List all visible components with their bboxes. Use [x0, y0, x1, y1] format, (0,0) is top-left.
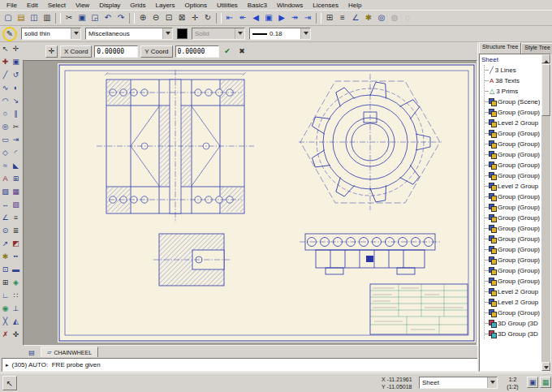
menu-item[interactable]: Edit: [22, 2, 43, 9]
leader-tool-icon[interactable]: ↗: [0, 237, 11, 250]
measure-icon[interactable]: ∠: [349, 11, 362, 24]
panel-tab[interactable]: Style Tree: [521, 43, 552, 54]
tree-item[interactable]: A 38 Texts: [485, 75, 540, 86]
window-icon[interactable]: ▣: [527, 377, 538, 388]
line-width-select[interactable]: 0.18: [249, 28, 311, 40]
symbol-tool-icon[interactable]: ✱: [0, 250, 11, 263]
redraw-icon[interactable]: ↻: [201, 11, 214, 24]
iso-tool-icon[interactable]: ◭: [11, 315, 21, 328]
tree-item[interactable]: Group (Group): [485, 308, 540, 318]
construction-tool-icon[interactable]: ╳: [0, 315, 11, 328]
concentric-tool-icon[interactable]: ◎: [0, 120, 11, 133]
info-icon[interactable]: ◎: [375, 11, 388, 24]
menu-item[interactable]: View: [71, 2, 94, 9]
tree-item[interactable]: Level 2 Group (Level 2 Group): [485, 286, 540, 297]
group-tool-icon[interactable]: ▦: [11, 185, 21, 198]
last-sheet-icon[interactable]: ⇥: [301, 11, 314, 24]
text-tool-icon[interactable]: A: [0, 172, 11, 185]
line-style-select[interactable]: solid thin: [21, 28, 81, 40]
scroll-up-icon[interactable]: [541, 54, 550, 63]
tree-item[interactable]: Group (Group): [485, 149, 540, 160]
chevron-down-icon[interactable]: [300, 28, 310, 39]
current-sheet-icon[interactable]: ▣: [262, 11, 275, 24]
mirror-tool-icon[interactable]: ◐: [11, 81, 21, 94]
sheet[interactable]: [58, 63, 476, 342]
arc-tool-icon[interactable]: ◠: [0, 94, 11, 107]
back-icon[interactable]: ◀: [249, 11, 262, 24]
tree-item[interactable]: △ 3 Prims: [485, 86, 540, 97]
spline-tool-icon[interactable]: ≈: [0, 159, 11, 172]
probe-tool-icon[interactable]: ◉: [0, 302, 11, 315]
menu-item[interactable]: Options: [180, 2, 213, 9]
menu-item[interactable]: Display: [94, 2, 125, 9]
ungroup-tool-icon[interactable]: ▧: [11, 198, 21, 211]
scroll-down-icon[interactable]: [541, 362, 550, 371]
numpad-icon[interactable]: ▦: [540, 377, 551, 388]
zoom-window-icon[interactable]: ⊡: [162, 11, 175, 24]
new-file-icon[interactable]: ▢: [2, 11, 15, 24]
toolbar-separator[interactable]: [129, 13, 135, 24]
menu-item[interactable]: Select: [43, 2, 71, 9]
erase-tool-icon[interactable]: ✗: [0, 328, 11, 341]
snap-settings-icon[interactable]: ✱: [362, 11, 375, 24]
sheet-list-icon[interactable]: ▤: [27, 347, 37, 357]
linewidth-tool-icon[interactable]: ▬: [11, 263, 21, 276]
polygon-tool-icon[interactable]: ◇: [0, 146, 11, 159]
scrollbar-thumb[interactable]: [541, 64, 550, 116]
sheet-select[interactable]: Sheet: [419, 377, 498, 389]
toolbar-separator[interactable]: [316, 13, 321, 24]
tree-item[interactable]: Level 2 Group (Level 2 Group): [485, 297, 540, 308]
color-swatch[interactable]: [177, 28, 188, 39]
dimension-tool-icon[interactable]: ↔: [0, 198, 11, 211]
accept-button[interactable]: ✔: [222, 45, 234, 58]
fast-back-icon[interactable]: ↞: [236, 11, 249, 24]
draw-mode-indicator[interactable]: ✎: [2, 27, 17, 41]
offset-tool-icon[interactable]: ∥: [11, 107, 21, 120]
undo-icon[interactable]: ↶: [101, 11, 114, 24]
copy-icon[interactable]: ▣: [75, 11, 88, 24]
title-block[interactable]: [370, 284, 468, 334]
message-bar[interactable]: ▸ (305) AUTO: FRE probe given: [2, 358, 479, 372]
menu-item[interactable]: Help: [343, 2, 366, 9]
save-file-icon[interactable]: ◫: [28, 11, 41, 24]
panel-tab[interactable]: Structure Tree: [479, 42, 521, 54]
tree-item[interactable]: Group (Group): [485, 234, 540, 244]
snap-point-button[interactable]: ✛: [45, 45, 58, 58]
tree-item[interactable]: Group (Group): [485, 255, 540, 265]
pan-icon[interactable]: ✛: [188, 11, 201, 24]
sheet-tab-chainwheel[interactable]: ▱ CHAINWHEEL: [41, 347, 98, 357]
structure-tree[interactable]: Sheet ╱ 3 Lines A 38 Texts △ 3 P: [479, 54, 551, 372]
side-view[interactable]: [299, 74, 442, 210]
chevron-down-icon[interactable]: [162, 28, 172, 39]
detail-view[interactable]: [153, 234, 230, 286]
settings-tool-icon[interactable]: ✜: [11, 328, 21, 341]
plot-icon[interactable]: ◌: [401, 11, 414, 24]
tree-scrollbar[interactable]: [541, 54, 550, 371]
tree-item[interactable]: Group (Group): [485, 107, 540, 118]
menu-item[interactable]: Grids: [125, 2, 150, 9]
layers-icon[interactable]: ≡: [336, 11, 349, 24]
detail-tool-icon[interactable]: ⊡: [0, 263, 11, 276]
drawing-canvas[interactable]: [23, 60, 477, 346]
tree-item[interactable]: Group (Group): [485, 170, 540, 181]
ortho-tool-icon[interactable]: ⊥: [11, 302, 21, 315]
angle-dim-tool-icon[interactable]: ∠: [0, 211, 11, 224]
fast-forward-icon[interactable]: ↠: [288, 11, 301, 24]
tree-item[interactable]: Level 2 Group (Level 2 Group): [485, 118, 540, 128]
zoom-in-icon[interactable]: ⊕: [136, 11, 149, 24]
tree-item[interactable]: 3D Group (3D Group): [485, 329, 540, 339]
snap-tool-icon[interactable]: ◈: [11, 276, 21, 289]
tree-item[interactable]: ╱ 3 Lines: [485, 65, 540, 75]
rotate-tool-icon[interactable]: ↺: [11, 68, 21, 81]
expander-icon[interactable]: ▸: [6, 362, 9, 368]
properties-tool-icon[interactable]: ≣: [11, 224, 21, 237]
circle-tool-icon[interactable]: ○: [0, 107, 11, 120]
paste-icon[interactable]: ◲: [88, 11, 101, 24]
x-coord-input[interactable]: [94, 45, 138, 58]
chevron-down-icon[interactable]: [71, 28, 80, 39]
tree-item[interactable]: Group (Group): [485, 202, 540, 213]
stretch-tool-icon[interactable]: ↘: [11, 94, 21, 107]
tree-item[interactable]: Group (Group): [485, 192, 540, 202]
linetype-tool-icon[interactable]: ╍: [11, 250, 21, 263]
open-file-icon[interactable]: ▤: [15, 11, 28, 24]
